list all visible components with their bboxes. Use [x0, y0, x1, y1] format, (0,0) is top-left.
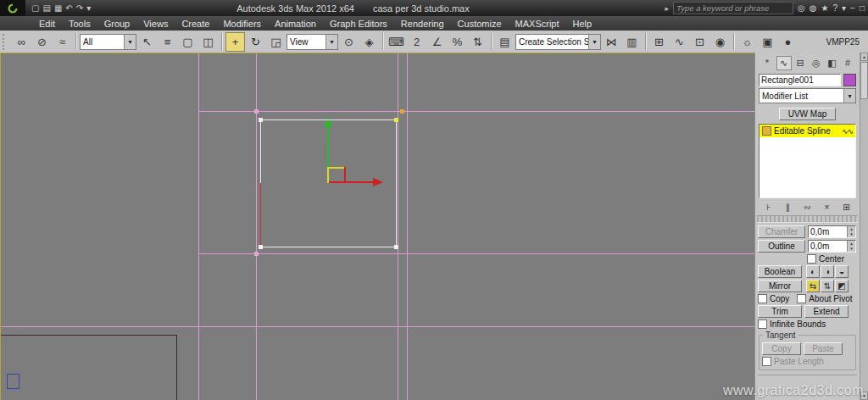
spline-vertex[interactable] [259, 245, 263, 249]
spline-edge-right[interactable] [396, 119, 397, 247]
gizmo-y-axis[interactable] [327, 127, 329, 167]
tab-create-icon[interactable]: * [760, 57, 774, 69]
keyboard-shortcut-override-icon[interactable]: ⌨ [387, 32, 406, 52]
select-object-icon[interactable]: ↖ [137, 32, 157, 52]
spline-vertex[interactable] [259, 118, 263, 122]
pin-stack-icon[interactable]: ⊦ [762, 201, 775, 213]
tangent-paste-button[interactable]: Paste [804, 342, 843, 355]
stack-item-editable-spline[interactable]: Editable Spline ∿∿ [760, 125, 855, 137]
tab-display-icon[interactable]: ◧ [825, 57, 838, 69]
boolean-button[interactable]: Boolean [758, 265, 802, 278]
window-icon[interactable]: □ [860, 3, 865, 13]
spinner-snap-icon[interactable]: ⇅ [468, 32, 487, 52]
snaps-toggle-icon[interactable]: 2 [407, 32, 426, 52]
menu-views[interactable]: Views [136, 19, 175, 29]
select-and-scale-icon[interactable]: ◲ [266, 32, 286, 52]
viewport-top[interactable] [0, 53, 754, 400]
selection-filter-dropdown[interactable]: All▾ [80, 34, 136, 50]
named-selection-sets-dropdown[interactable]: Create Selection Se▾ [515, 34, 601, 50]
remove-modifier-icon[interactable]: × [821, 201, 833, 213]
curve-editor-icon[interactable]: ∿ [670, 32, 689, 52]
open-file-icon[interactable]: ▤ [42, 3, 50, 13]
mirror-icon[interactable]: ⋈ [602, 32, 621, 52]
rendered-frame-window-icon[interactable]: ▣ [758, 32, 777, 52]
menu-tools[interactable]: Tools [62, 19, 97, 29]
menu-graph-editors[interactable]: Graph Editors [323, 19, 394, 29]
make-unique-icon[interactable]: ∾ [801, 201, 814, 213]
percent-snap-icon[interactable]: % [448, 32, 467, 52]
reference-coordinate-dropdown[interactable]: View▾ [287, 34, 338, 50]
3dsmax-logo-icon[interactable] [0, 0, 25, 16]
outline-button[interactable]: Outline [758, 240, 805, 253]
spline-vertex[interactable] [394, 245, 398, 249]
keyword-search-input[interactable]: Type a keyword or phrase [673, 2, 793, 14]
gizmo-x-arrowhead-icon[interactable] [373, 178, 383, 186]
tab-hierarchy-icon[interactable]: ⊟ [793, 57, 807, 69]
menu-rendering[interactable]: Rendering [394, 19, 451, 29]
scrollbar-thumb[interactable] [860, 62, 868, 99]
select-and-move-icon[interactable]: + [225, 32, 245, 52]
copy-checkbox[interactable] [758, 294, 767, 303]
bind-to-space-warp-icon[interactable]: ≈ [53, 32, 72, 52]
gizmo-xy-plane-x-edge[interactable] [327, 167, 346, 169]
boolean-union-icon[interactable]: ◐ [806, 265, 820, 278]
object-name-field[interactable]: Rectangle001 [759, 74, 841, 86]
object-color-swatch[interactable] [843, 74, 856, 86]
mirror-both-icon[interactable]: ◩ [835, 280, 849, 292]
search-icon[interactable]: ◎ [798, 3, 805, 13]
spinner-arrows-icon[interactable]: ▴▾ [847, 241, 855, 252]
quick-access-dropdown-icon[interactable]: ▾ [86, 3, 91, 13]
spline-edge-top[interactable] [260, 119, 396, 120]
paste-length-checkbox[interactable] [762, 357, 771, 366]
mirror-horizontal-icon[interactable]: ⇆ [806, 280, 820, 292]
unlink-selection-icon[interactable]: ⊘ [32, 32, 52, 52]
gizmo-x-axis[interactable] [329, 181, 373, 183]
outline-spinner[interactable]: 0,0m ▴▾ [808, 240, 856, 253]
spline-edge-left-upper[interactable] [260, 119, 261, 183]
save-file-icon[interactable]: ▦ [54, 3, 62, 13]
boolean-intersect-icon[interactable]: ◒ [835, 265, 849, 278]
use-pivot-point-center-icon[interactable]: ⊙ [339, 32, 359, 52]
menu-group[interactable]: Group [97, 19, 137, 29]
select-and-link-icon[interactable]: ∞ [12, 32, 31, 52]
edit-named-selection-sets-icon[interactable]: ▤ [495, 32, 515, 52]
panel-scrollbar[interactable]: ▲ ▼ [860, 53, 868, 400]
tab-motion-icon[interactable]: ◎ [810, 57, 823, 69]
render-production-icon[interactable]: ● [778, 32, 798, 52]
align-icon[interactable]: ▥ [622, 32, 642, 52]
help-dropdown-icon[interactable]: ▾ [842, 3, 846, 13]
menu-maxscript[interactable]: MAXScript [509, 19, 566, 29]
render-setup-icon[interactable]: ☼ [737, 32, 757, 52]
modifier-stack[interactable]: Editable Spline ∿∿ [759, 124, 856, 198]
menu-customize[interactable]: Customize [451, 19, 509, 29]
menu-edit[interactable]: Edit [32, 19, 62, 29]
panel-splitter[interactable] [757, 215, 858, 223]
manage-layers-icon[interactable]: ⊞ [649, 32, 669, 52]
select-by-name-icon[interactable]: ≡ [158, 32, 177, 52]
infinite-bounds-checkbox[interactable] [758, 319, 767, 329]
mirror-vertical-icon[interactable]: ⇅ [821, 280, 834, 292]
select-and-rotate-icon[interactable]: ↻ [246, 32, 265, 52]
undo-icon[interactable]: ↶ [65, 3, 72, 13]
configure-modifier-sets-icon[interactable]: ⊞ [840, 201, 853, 213]
redo-icon[interactable]: ↷ [76, 3, 83, 13]
spline-edge-left-selected[interactable] [260, 183, 261, 247]
infocenter-collapse-icon[interactable]: ▸ [665, 4, 670, 13]
help-icon[interactable]: ? [833, 3, 838, 13]
chamfer-spinner[interactable]: 0,0m ▴▾ [808, 225, 856, 238]
material-editor-icon[interactable]: ◉ [710, 32, 730, 52]
show-end-result-icon[interactable]: ∥ [782, 201, 794, 213]
center-checkbox[interactable] [807, 254, 816, 264]
spinner-arrows-icon[interactable]: ▴▾ [847, 226, 855, 237]
extend-button[interactable]: Extend [804, 305, 849, 318]
scroll-up-icon[interactable]: ▲ [860, 53, 868, 61]
mirror-button[interactable]: Mirror [758, 280, 802, 292]
gizmo-y-arrowhead-icon[interactable] [324, 117, 332, 127]
boolean-subtract-icon[interactable]: ◑ [821, 265, 834, 278]
tab-utilities-icon[interactable]: # [841, 57, 854, 69]
menu-help[interactable]: Help [566, 19, 599, 29]
communication-center-icon[interactable]: ◍ [810, 3, 817, 13]
tab-modify-icon[interactable]: ∿ [776, 56, 792, 70]
modifier-list-dropdown[interactable]: Modifier List ▾ [759, 88, 856, 103]
tangent-copy-button[interactable]: Copy [762, 342, 801, 355]
